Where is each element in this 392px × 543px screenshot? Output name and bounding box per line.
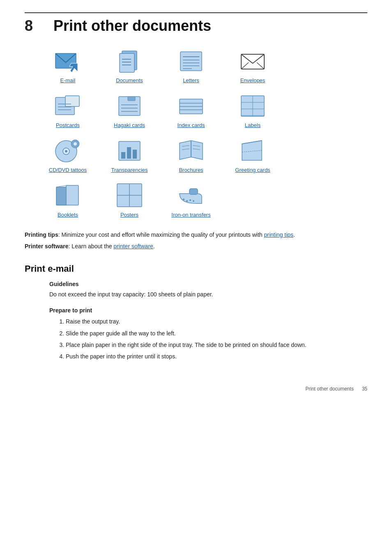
transparencies-icon-box [115,136,144,164]
brochures-icon-box [176,136,206,164]
letters-icon-box [176,47,206,75]
chapter-number: 8 [25,17,33,35]
icon-cell-hagaki: Hagaki cards [103,92,156,128]
icon-cell-brochures: Brochures [164,136,218,173]
letters-label[interactable]: Letters [183,77,199,83]
printing-tips-bold: Printing tips [25,231,58,238]
svg-rect-43 [133,150,137,159]
svg-rect-22 [128,97,135,101]
footer-page-number: 35 [362,386,367,392]
labels-icon-box [238,92,267,120]
chapter-header: 8 Print other documents [25,12,367,35]
icon-cell-email: E-mail [41,47,95,83]
svg-rect-53 [66,185,78,205]
print-email-content: Guidelines Do not exceed the input tray … [49,281,367,361]
svg-rect-52 [56,187,67,205]
printing-tips-paragraph: Printing tips: Minimize your cost and ef… [25,230,367,239]
index-icon [177,92,205,119]
booklets-label[interactable]: Booklets [58,212,78,218]
brochures-label[interactable]: Brochures [179,167,203,173]
printer-software-link[interactable]: printer software [113,243,153,250]
svg-line-14 [241,62,249,69]
index-label[interactable]: Index cards [177,122,205,128]
svg-point-63 [193,200,194,202]
labels-icon [239,92,267,119]
printing-tips-link[interactable]: printing tips [264,231,294,238]
greeting-icon-box [238,136,267,164]
irontransfers-icon [177,182,205,208]
svg-point-39 [74,142,77,146]
svg-rect-42 [127,147,131,159]
printing-tips-text: : Minimize your cost and effort while ma… [58,231,264,238]
icon-cell-index: Index cards [164,92,218,128]
transparencies-label[interactable]: Transparencies [111,167,148,173]
guidelines-text: Do not exceed the input tray capacity: 1… [49,290,367,299]
icon-grid: E-mail Documents [41,47,367,218]
posters-icon [115,182,143,208]
email-label[interactable]: E-mail [60,77,76,83]
icon-cell-documents: Documents [103,47,156,83]
booklets-icon-box [53,181,83,209]
hagaki-icon-box [115,92,144,120]
icon-cell-letters: Letters [164,47,218,83]
cddvd-label[interactable]: CD/DVD tattoos [49,167,87,173]
postcards-icon-box [53,92,83,120]
svg-point-62 [189,199,191,201]
prepare-steps-list: Raise the output tray. Slide the paper g… [66,317,367,361]
documents-icon-box [115,47,144,75]
step-2: Slide the paper guide all the way to the… [66,329,367,338]
envelopes-label[interactable]: Envelopes [240,77,265,83]
svg-rect-59 [189,189,198,194]
icon-cell-booklets: Booklets [41,181,95,218]
step-1: Raise the output tray. [66,317,367,326]
greeting-icon [239,137,267,164]
icon-cell-labels: Labels [226,92,279,128]
email-icon-box [53,47,83,75]
cddvd-icon-box [53,136,83,164]
icon-cell-cddvd: CD/DVD tattoos [41,136,95,173]
envelopes-icon-box [238,47,267,75]
posters-label[interactable]: Posters [120,212,138,218]
labels-label[interactable]: Labels [245,122,261,128]
transparencies-icon [115,137,143,164]
index-icon-box [176,92,206,120]
hagaki-icon [115,92,143,119]
icon-cell-postcards: Postcards [41,92,95,128]
printing-tips-end: . [293,231,295,238]
svg-rect-41 [121,152,125,159]
printer-software-paragraph: Printer software: Learn about the printe… [25,242,367,251]
printer-software-text: : Learn about the [69,243,114,250]
icon-cell-envelopes: Envelopes [226,47,279,83]
tips-section: Printing tips: Minimize your cost and ef… [25,230,367,251]
printer-software-bold: Printer software [25,243,69,250]
page-footer: Print other documents 35 [25,386,367,392]
svg-point-37 [65,150,67,153]
svg-point-61 [186,200,188,202]
cddvd-icon [54,137,82,164]
irontransfers-label[interactable]: Iron-on transfers [171,212,210,218]
print-email-section: Print e-mail Guidelines Do not exceed th… [25,263,367,361]
greeting-label[interactable]: Greeting cards [235,167,270,173]
postcards-label[interactable]: Postcards [56,122,80,128]
footer-section-name: Print other documents [305,386,353,392]
svg-point-60 [183,199,184,200]
icon-cell-irontransfers: Iron-on transfers [164,181,218,218]
prepare-heading: Prepare to print [49,307,367,314]
printer-software-end: . [153,243,155,250]
icon-cell-transparencies: Transparencies [103,136,156,173]
svg-rect-3 [120,53,134,72]
svg-rect-17 [65,96,79,106]
hagaki-label[interactable]: Hagaki cards [114,122,145,128]
booklets-icon [54,182,82,208]
step-4: Push the paper into the printer until it… [66,352,367,361]
email-icon [54,48,82,74]
envelopes-icon [239,48,267,74]
icon-cell-posters: Posters [103,181,156,218]
documents-icon [115,48,143,74]
letters-icon [177,48,205,74]
posters-icon-box [115,181,144,209]
icon-cell-greeting: Greeting cards [226,136,279,173]
print-email-heading: Print e-mail [25,263,367,274]
documents-label[interactable]: Documents [116,77,143,83]
brochures-icon [177,137,205,164]
